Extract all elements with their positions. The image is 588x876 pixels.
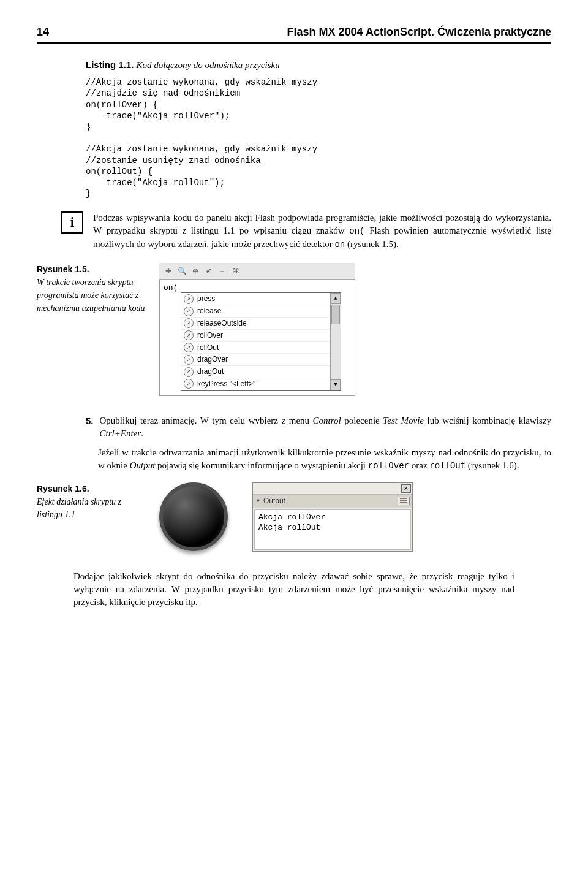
- output-line: Akcja rollOver: [258, 512, 407, 523]
- collapse-triangle-icon: ▼: [255, 497, 261, 505]
- event-icon: ↗: [184, 318, 194, 328]
- output-tab-label: Output: [263, 496, 285, 506]
- italic-term: Ctrl+Enter: [100, 428, 141, 438]
- dropdown-item[interactable]: ↗release: [181, 305, 330, 318]
- dropdown-item-label: keyPress "<Left>": [197, 379, 255, 389]
- scroll-thumb[interactable]: [331, 305, 340, 324]
- dropdown-body: ↗press ↗release ↗releaseOutside ↗rollOve…: [181, 293, 341, 390]
- output-panel: ✕ ▼ Output Akcja rollOver Akcja rollOut: [252, 482, 413, 552]
- editor-text: on(: [164, 283, 178, 292]
- dropdown-item[interactable]: ↗releaseOutside: [181, 318, 330, 330]
- listing-caption-text: Kod dołączony do odnośnika przycisku: [137, 60, 280, 70]
- step-text: Opublikuj teraz animację. W tym celu wyb…: [100, 414, 551, 440]
- listing-block: Listing 1.1. Kod dołączony do odnośnika …: [86, 58, 551, 199]
- italic-term: Test Movie: [383, 416, 424, 425]
- add-icon[interactable]: ✚: [163, 265, 174, 276]
- autocomplete-dropdown: ↗press ↗release ↗releaseOutside ↗rollOve…: [181, 292, 341, 390]
- dropdown-item-label: releaseOutside: [197, 318, 247, 329]
- dropdown-item-label: press: [197, 294, 215, 304]
- dropdown-item-label: dragOut: [197, 367, 224, 377]
- inline-code: on: [334, 240, 345, 249]
- hint-icon[interactable]: ⌘: [230, 265, 241, 276]
- inline-code: rollOver: [368, 461, 409, 471]
- output-tabrow: ▼ Output: [253, 495, 412, 508]
- figure-desc: W trakcie tworzenia skryptu programista …: [37, 278, 145, 313]
- output-titlebar: ✕: [253, 483, 412, 495]
- dropdown-item-label: release: [197, 306, 221, 316]
- dropdown-item[interactable]: ↗dragOver: [181, 354, 330, 366]
- listing-code: //Akcja zostanie wykonana, gdy wskaźnik …: [86, 77, 551, 199]
- event-icon: ↗: [184, 343, 194, 352]
- figure-1-5: Rysunek 1.5. W trakcie tworzenia skryptu…: [37, 263, 551, 396]
- text-part: .: [141, 428, 143, 438]
- dropdown-scrollbar[interactable]: ▲ ▼: [330, 293, 341, 390]
- text-part: (rysunek 1.6).: [466, 460, 519, 470]
- step-5-followup: Jeżeli w trakcie odtwarzania animacji uż…: [98, 446, 551, 473]
- panel-menu-icon[interactable]: [398, 497, 410, 505]
- book-title: Flash MX 2004 ActionScript. Ćwiczenia pr…: [287, 25, 551, 40]
- dropdown-item[interactable]: ↗rollOut: [181, 342, 330, 354]
- code-editor[interactable]: on( ↗press ↗release ↗releaseOutside ↗rol…: [159, 280, 355, 396]
- scroll-up-button[interactable]: ▲: [331, 293, 341, 304]
- info-icon: i: [61, 211, 83, 234]
- figure-label: Rysunek 1.6.: [37, 484, 89, 493]
- dropdown-item-label: rollOver: [197, 330, 223, 341]
- inline-code: rollOut: [429, 461, 466, 471]
- italic-term: Output: [130, 460, 156, 470]
- dropdown-list: ↗press ↗release ↗releaseOutside ↗rollOve…: [181, 293, 330, 390]
- info-block: i Podczas wpisywania kodu do panelu akcj…: [61, 211, 551, 251]
- page-number: 14: [37, 25, 49, 40]
- text-part: Opublikuj teraz animację. W tym celu wyb…: [100, 416, 313, 425]
- screenshot-autocomplete: ✚ 🔍 ⊕ ✔ ≡ ⌘ on( ↗press ↗release ↗release…: [159, 263, 355, 396]
- event-icon: ↗: [184, 367, 194, 377]
- format-icon[interactable]: ≡: [217, 265, 228, 276]
- event-icon: ↗: [184, 330, 194, 340]
- text-part: pojawią się komunikaty informujące o wys…: [155, 460, 368, 470]
- event-icon: ↗: [184, 307, 194, 316]
- screenshot-output: ✕ ▼ Output Akcja rollOver Akcja rollOut: [159, 482, 413, 552]
- output-line: Akcja rollOut: [258, 523, 407, 533]
- scroll-track[interactable]: [331, 325, 341, 379]
- text-part: lub wciśnij kombinację klawiszy: [424, 416, 551, 425]
- dropdown-item[interactable]: ↗dragOut: [181, 366, 330, 378]
- step-5: 5. Opublikuj teraz animację. W tym celu …: [86, 414, 551, 440]
- output-tab[interactable]: ▼ Output: [255, 496, 285, 506]
- event-icon: ↗: [184, 379, 194, 389]
- figure-label: Rysunek 1.5.: [37, 264, 89, 274]
- dropdown-item-label: rollOut: [197, 343, 219, 353]
- dropdown-item[interactable]: ↗keyPress "<Left>": [181, 378, 330, 390]
- target-icon[interactable]: ⊕: [190, 265, 201, 276]
- step-number: 5.: [86, 414, 94, 440]
- round-button-graphic[interactable]: [159, 482, 228, 551]
- dropdown-item-label: dragOver: [197, 354, 228, 365]
- listing-label: Listing 1.1.: [86, 59, 134, 70]
- info-text-part: (rysunek 1.5).: [345, 239, 398, 249]
- text-part: oraz: [409, 460, 429, 470]
- figure-caption: Rysunek 1.5. W trakcie tworzenia skryptu…: [37, 263, 147, 314]
- figure-1-6: Rysunek 1.6. Efekt działania skryptu z l…: [37, 482, 551, 552]
- scroll-down-button[interactable]: ▼: [331, 379, 341, 390]
- close-icon[interactable]: ✕: [401, 484, 411, 493]
- actions-toolbar: ✚ 🔍 ⊕ ✔ ≡ ⌘: [159, 263, 355, 280]
- closing-paragraph: Dodając jakikolwiek skrypt do odnośnika …: [74, 570, 514, 609]
- event-icon: ↗: [184, 355, 194, 365]
- figure-desc: Efekt działania skryptu z listingu 1.1: [37, 497, 121, 519]
- find-icon[interactable]: 🔍: [176, 265, 187, 276]
- output-body: Akcja rollOver Akcja rollOut: [254, 509, 411, 550]
- inline-code: on(: [349, 226, 364, 236]
- page-header: 14 Flash MX 2004 ActionScript. Ćwiczenia…: [37, 25, 551, 44]
- info-text: Podczas wpisywania kodu do panelu akcji …: [93, 211, 551, 251]
- check-icon[interactable]: ✔: [203, 265, 214, 276]
- event-icon: ↗: [184, 294, 194, 304]
- listing-caption: Listing 1.1. Kod dołączony do odnośnika …: [86, 58, 551, 72]
- dropdown-item[interactable]: ↗press: [181, 293, 330, 305]
- figure-caption: Rysunek 1.6. Efekt działania skryptu z l…: [37, 482, 147, 521]
- text-part: polecenie: [341, 416, 383, 425]
- italic-term: Control: [313, 416, 341, 425]
- dropdown-item[interactable]: ↗rollOver: [181, 330, 330, 342]
